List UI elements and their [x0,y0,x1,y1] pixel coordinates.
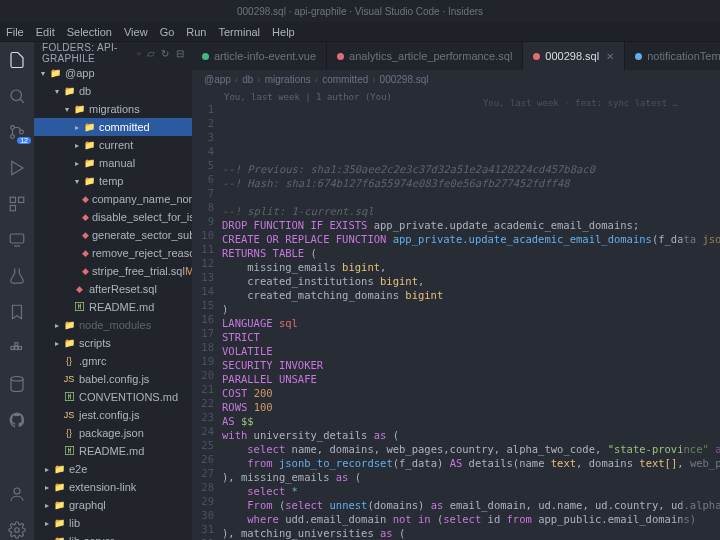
account-icon[interactable] [7,484,27,504]
explorer-sidebar: FOLDERS: API-GRAPHILE ▫ ▱ ↻ ⊟ ▾📁@app ▾📁d… [34,42,192,540]
tree-item[interactable]: ▸📁e2e [34,460,192,478]
svg-rect-7 [10,234,24,243]
database-icon[interactable] [7,374,27,394]
menu-help[interactable]: Help [272,26,295,38]
menu-selection[interactable]: Selection [67,26,112,38]
svg-point-13 [14,488,20,494]
tree-item[interactable]: ▾📁db [34,82,192,100]
tree-item[interactable]: 🄼CONVENTIONS.md [34,388,192,406]
line-numbers: 1234567891011121314151617181920212223242… [192,88,222,540]
collapse-icon[interactable]: ⊟ [176,48,184,59]
menu-view[interactable]: View [124,26,148,38]
tree-item[interactable]: ◆stripe_free_trial.sqlM [34,262,192,280]
tree-item[interactable]: ▸📁extension-link [34,478,192,496]
tab[interactable]: analytics_article_performance.sql [327,42,523,70]
tree-item[interactable]: JSjest.config.js [34,406,192,424]
svg-rect-10 [15,343,18,346]
window-title: 000298.sql · api-graphile · Visual Studi… [0,0,720,22]
code-content[interactable]: You, last week | 1 author (You) You, las… [222,88,720,540]
breadcrumb[interactable]: @app›db›migrations›committed›000298.sql [192,70,720,88]
svg-point-0 [11,90,22,101]
svg-point-12 [11,377,23,382]
tab[interactable]: article-info-event.vue [192,42,327,70]
svg-rect-11 [19,347,22,350]
tab[interactable]: notificationTemplate.config.ts [625,42,720,70]
menu-file[interactable]: File [6,26,24,38]
menu-run[interactable]: Run [186,26,206,38]
tree-item[interactable]: {}.gmrc [34,352,192,370]
tree-item[interactable]: ▸📁scripts [34,334,192,352]
bookmarks-icon[interactable] [7,302,27,322]
tree-item[interactable]: ▸📁lib [34,514,192,532]
new-folder-icon[interactable]: ▱ [147,48,155,59]
tree-item[interactable]: ▸📁manual [34,154,192,172]
tree-item[interactable]: JSbabel.config.js [34,370,192,388]
scm-icon[interactable] [7,122,27,142]
tree-item[interactable]: ◆company_name_non_special.sql [34,190,192,208]
git-blame-inline: You, last week · feat: sync latest … [483,96,678,110]
svg-point-3 [20,130,24,134]
close-icon[interactable]: ✕ [606,51,614,62]
svg-point-14 [15,528,20,533]
svg-rect-4 [10,197,15,202]
tree-item[interactable]: ◆generate_sector_sub_sector_que… [34,226,192,244]
menu-go[interactable]: Go [160,26,175,38]
editor-tabs: article-info-event.vueanalytics_article_… [192,42,720,70]
refresh-icon[interactable]: ↻ [161,48,169,59]
new-file-icon[interactable]: ▫ [137,48,141,59]
sidebar-title: FOLDERS: API-GRAPHILE [42,42,137,64]
tree-item[interactable]: ◆disable_select_for_is_deleted_ent… [34,208,192,226]
settings-icon[interactable] [7,520,27,540]
menu-terminal[interactable]: Terminal [219,26,261,38]
testing-icon[interactable] [7,266,27,286]
tree-item[interactable]: ◆afterReset.sql [34,280,192,298]
svg-rect-6 [10,206,15,211]
tree-item[interactable]: 🄼README.md [34,442,192,460]
docker-icon[interactable] [7,338,27,358]
svg-point-2 [11,135,15,139]
svg-rect-5 [19,197,24,202]
svg-rect-9 [15,347,18,350]
debug-icon[interactable] [7,158,27,178]
svg-rect-8 [11,347,14,350]
search-icon[interactable] [7,86,27,106]
tree-item[interactable]: ▸📁lib-server [34,532,192,540]
tree-item[interactable]: ▸📁committed [34,118,192,136]
tree-item[interactable]: ▸📁current [34,136,192,154]
tree-item[interactable]: ▸📁node_modules [34,316,192,334]
extensions-icon[interactable] [7,194,27,214]
menu-edit[interactable]: Edit [36,26,55,38]
tree-root[interactable]: ▾📁@app [34,64,192,82]
tree-item[interactable]: 🄼README.md [34,298,192,316]
tree-item[interactable]: ◆remove_reject_reason_on_vote.sql [34,244,192,262]
tree-item[interactable]: {}package.json [34,424,192,442]
tree-item[interactable]: ▾📁migrations [34,100,192,118]
tree-item[interactable]: ▸📁graphql [34,496,192,514]
explorer-icon[interactable] [7,50,27,70]
activity-bar [0,42,34,540]
remote-icon[interactable] [7,230,27,250]
github-icon[interactable] [7,410,27,430]
tree-item[interactable]: ▾📁temp [34,172,192,190]
tab[interactable]: 000298.sql✕ [523,42,625,70]
menubar: FileEditSelectionViewGoRunTerminalHelp [0,22,720,42]
minimap[interactable] [682,88,720,540]
svg-point-1 [11,126,15,130]
